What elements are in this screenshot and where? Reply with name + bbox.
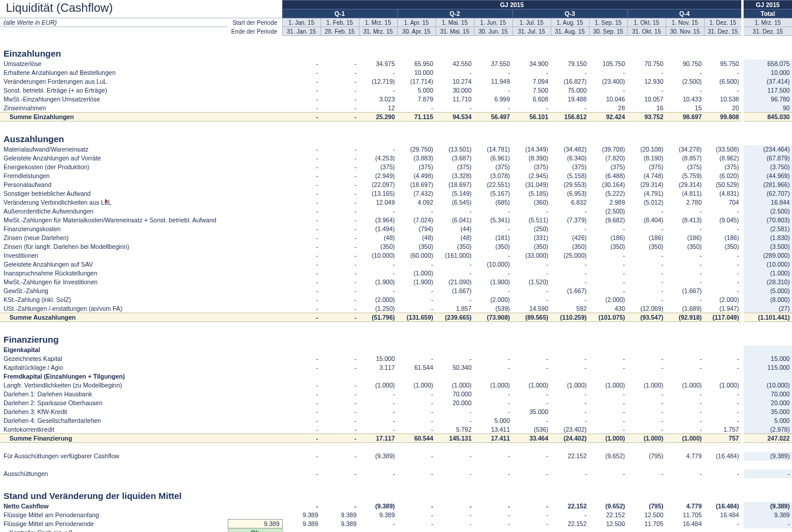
row-sonsterl: Sonst. betriebl. Erträge (+ ao Erträge)-… (0, 86, 792, 95)
row-label: Netto Cashflow (0, 502, 282, 511)
cell: - (282, 278, 320, 287)
cell: (350) (551, 242, 589, 251)
cell: (6.340) (551, 154, 589, 163)
row-label: Personalaufwand (0, 180, 282, 189)
cell: (24.402) (551, 434, 589, 443)
cell: - (436, 452, 474, 461)
cell: - (474, 68, 512, 77)
cell: - (320, 207, 359, 216)
cell: - (320, 77, 359, 86)
input-opening-cash[interactable]: 9.389 (228, 520, 282, 528)
cell: 1.757 (704, 425, 742, 434)
cell: 16 (627, 104, 666, 113)
cell: 60.544 (397, 434, 436, 443)
cell: - (436, 469, 474, 478)
cashflow-table: Liquidität (Cashflow) GJ 2015 GJ 2015 Q-… (0, 0, 792, 532)
row-aoaufw: Außerordentliche Aufwendungen--------(2.… (0, 207, 792, 216)
cell: - (589, 390, 627, 399)
row-label: Finanzierungskosten (0, 225, 282, 234)
cell: - (627, 225, 666, 234)
cell: - (551, 354, 589, 363)
cell: - (397, 287, 436, 295)
cell: (350) (359, 242, 397, 251)
cell: - (666, 278, 704, 287)
row-label: Darlehen 4: Gesellschafterdarlehen (0, 416, 282, 425)
cell: - (474, 390, 512, 399)
cell: - (474, 104, 512, 113)
cell: - (512, 399, 551, 408)
cell: 65.950 (397, 60, 436, 68)
cell: - (320, 95, 359, 104)
cell: 2.780 (666, 198, 704, 207)
row-gewst: GewSt.-Zahlung----(1.667)--(1.667)--(1.6… (0, 287, 792, 295)
cell: (7.820) (589, 154, 627, 163)
cell: (50.529) (704, 180, 742, 189)
row-label: Energiekosten (der Produktion) (0, 163, 282, 172)
page-title: Liquidität (Cashflow) (2, 1, 113, 14)
cell: - (627, 278, 666, 287)
header-q1: Q-1 (282, 9, 397, 18)
section-ausz: Auszahlungen (0, 130, 792, 145)
cell: (375) (474, 163, 512, 172)
cell: 98.697 (666, 113, 704, 121)
cell: - (282, 60, 320, 68)
cell: - (359, 408, 397, 416)
cell: (14.349) (512, 145, 551, 154)
cell: 3.117 (359, 363, 397, 372)
cell: (350) (436, 242, 474, 251)
row-flpa: Flüssige Mittel am Periodenanfang9.3899.… (0, 511, 792, 520)
cell: 4.779 (666, 452, 704, 461)
cell: 17.117 (359, 434, 397, 443)
cell: 92.424 (589, 113, 627, 121)
cell: (539) (474, 304, 512, 313)
cell: 14.590 (512, 304, 551, 313)
cell: 35.000 (512, 408, 551, 416)
row-label: Gezeichnetes Kapital (0, 354, 282, 363)
cell-total: (28.310) (742, 278, 792, 287)
cell: (39.708) (589, 145, 627, 154)
cell: - (704, 354, 742, 363)
cell: - (359, 416, 397, 425)
cell-total: (3.500) (742, 242, 792, 251)
cell: - (359, 425, 397, 434)
cell: (4.253) (359, 154, 397, 163)
row-zinsein: Zinseinnahmen--12-----2816152090 (0, 104, 792, 113)
cell: (4.831) (704, 189, 742, 198)
cell: - (704, 469, 742, 478)
cell: - (551, 278, 589, 287)
cell: 10.274 (436, 77, 474, 86)
cell: - (282, 234, 320, 242)
cell: (16.484) (704, 452, 742, 461)
cell: 50.340 (436, 363, 474, 372)
cell: - (474, 469, 512, 478)
cell: - (512, 68, 551, 77)
cell: - (436, 260, 474, 269)
cell: (1.000) (627, 434, 666, 443)
cell: (375) (512, 163, 551, 172)
cell: - (512, 104, 551, 113)
cell: - (589, 469, 627, 478)
cell: 93.752 (627, 113, 666, 121)
cell-total: - (742, 469, 792, 478)
cell: (5.511) (512, 216, 551, 225)
row-label: Veränderungen Forderungen aus LuL (0, 77, 282, 86)
row-label: MwSt.-Einzahlungen Umsatzerlöse (0, 95, 282, 104)
cell: - (282, 390, 320, 399)
cell: (2.500) (589, 207, 627, 216)
cell: (29.750) (397, 145, 436, 154)
cell: - (551, 225, 589, 234)
cell: (2.000) (359, 295, 397, 304)
cell: - (551, 295, 589, 304)
cell: (110.259) (551, 313, 589, 322)
cell: (6.488) (589, 172, 627, 180)
cell: - (282, 295, 320, 304)
cell: (2.949) (359, 172, 397, 180)
cell: (16.484) (704, 502, 742, 511)
cell: 592 (551, 304, 589, 313)
cell: (51.796) (359, 313, 397, 322)
row-label: Sonst. betriebl. Erträge (+ ao Erträge) (0, 86, 282, 95)
cell: - (320, 172, 359, 180)
cell: (1.000) (359, 381, 397, 390)
cell: - (359, 86, 397, 95)
cell: (186) (666, 234, 704, 242)
